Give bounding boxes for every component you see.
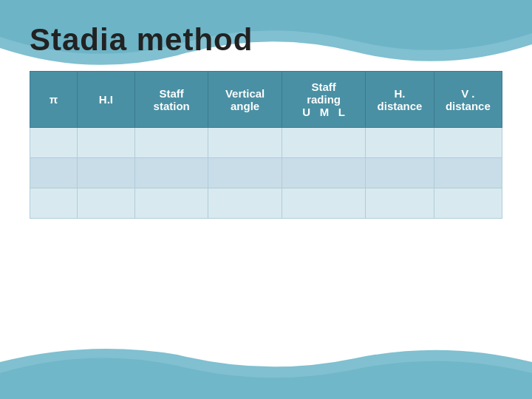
table-row (30, 128, 502, 158)
cell (366, 128, 434, 158)
cell (366, 158, 434, 188)
cell (366, 188, 434, 219)
cell (208, 128, 282, 158)
header-staff-rading: StaffradingU M L (282, 72, 366, 128)
page-title: Stadia method (30, 22, 502, 58)
header-pi: π (30, 72, 78, 128)
header-staff-station: Staffstation (134, 72, 208, 128)
table-row (30, 188, 502, 219)
cell (30, 128, 78, 158)
cell (77, 188, 134, 219)
cell (77, 128, 134, 158)
cell (208, 188, 282, 219)
cell (77, 158, 134, 188)
bottom-wave (0, 340, 532, 399)
cell (282, 158, 366, 188)
stadia-table: π H.I Staffstation Verticalangle Staffra… (30, 71, 502, 219)
header-v-distance: V .distance (434, 72, 502, 128)
cell (434, 158, 502, 188)
cell (134, 158, 208, 188)
cell (208, 158, 282, 188)
cell (30, 158, 78, 188)
cell (134, 128, 208, 158)
table-header-row: π H.I Staffstation Verticalangle Staffra… (30, 72, 502, 128)
cell (434, 188, 502, 219)
cell (134, 188, 208, 219)
cell (30, 188, 78, 219)
header-vertical-angle: Verticalangle (208, 72, 282, 128)
cell (434, 128, 502, 158)
header-h-distance: H.distance (366, 72, 434, 128)
cell (282, 188, 366, 219)
header-hi: H.I (77, 72, 134, 128)
cell (282, 128, 366, 158)
table-row (30, 158, 502, 188)
